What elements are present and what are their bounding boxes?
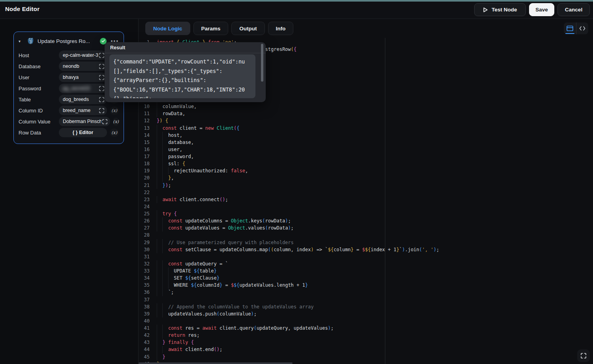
test-node-button[interactable]: Test Node [474,3,526,16]
line-number: 17 [139,153,150,160]
code-line: 29 // Use parameterized query with place… [139,239,593,246]
code-line: 36 `; [139,289,593,296]
node-title: Update Postgres Ro... [38,38,97,44]
play-icon [483,7,488,13]
indent-guide [162,332,163,339]
code-line: 27 const updateValues = Object.values(ro… [139,224,593,231]
expand-icon[interactable] [99,86,104,91]
result-scrollbar[interactable] [261,44,263,82]
code-line: 32 const updateQuery = ` [139,260,593,267]
column-value-input[interactable]: Doberman Pinsch [59,117,110,126]
tab-params[interactable]: Params [193,22,229,35]
code-line: 34 SET ${setClause} [139,274,593,282]
expand-icon[interactable] [99,63,104,69]
indent-guide [157,267,157,274]
line-number: 10 [139,103,150,110]
indent-guide [168,267,169,274]
indent-guide [162,310,163,317]
line-number: 23 [139,196,150,203]
field-label: Password [19,86,59,91]
node-fields: Hostep-calm-water-3(x)Databaseneondb(x)U… [19,50,119,137]
line-number: 30 [139,246,150,253]
indent-guide [157,303,157,310]
indent-guide [162,174,163,181]
line-number: 33 [139,267,150,274]
code-line: 22 [139,189,593,196]
line-number: 37 [139,296,150,303]
column-id-input[interactable]: breed_name [59,106,107,115]
indent-guide [162,282,163,289]
indent-guide [157,260,157,267]
field-label: Host [19,52,59,58]
field-value: dog_breeds [63,97,89,102]
line-number: 13 [139,125,150,132]
variable-icon[interactable]: (x) [113,118,119,126]
line-number: 25 [139,210,150,217]
tab-output[interactable]: Output [231,22,265,35]
line-number: 40 [139,317,150,325]
tab-info[interactable]: Info [268,22,294,35]
line-number: 29 [139,239,150,246]
indent-guide [157,182,157,189]
field-label: Table [19,97,59,103]
line-number: 15 [139,139,150,146]
indent-guide [162,217,163,224]
layout-view-icon [567,26,573,31]
indent-guide [157,282,157,289]
result-popover-title: Result [105,42,266,53]
field-row-row-data: Row Data{ } Editor(x) [19,128,119,137]
expand-icon[interactable] [99,97,104,102]
row-data-editor-button[interactable]: { } Editor [59,128,107,137]
indent-guide [157,246,157,253]
password-input[interactable]: pg_secret23 [59,84,107,93]
indent-guide [162,146,163,153]
editor-tabs: Node LogicParamsOutputInfo [145,22,293,35]
indent-guide [162,139,163,146]
field-row-host: Hostep-calm-water-3(x) [19,50,119,60]
fullscreen-icon [581,353,586,358]
expand-icon[interactable] [99,52,104,58]
code-line: 43 } finally { [139,339,593,346]
line-number: 41 [139,325,150,332]
line-number: 21 [139,182,150,189]
user-input[interactable]: bhavya [59,73,107,82]
line-number: 12 [139,117,150,124]
indent-guide [168,167,169,174]
indent-guide [168,282,169,289]
result-json-line: {"BOOL":16,"BYTEA":17,"CHAR":18,"INT8":2… [113,85,251,95]
indent-guide [162,274,163,282]
line-number: 34 [139,274,150,282]
variable-icon[interactable]: (x) [110,106,119,115]
line-number: 11 [139,110,150,117]
expand-icon[interactable] [102,119,107,124]
collapse-caret-icon[interactable]: ▾ [19,39,23,43]
horizontal-scrollbar[interactable] [139,362,293,364]
code-line: 16 user, [139,146,593,153]
database-input[interactable]: neondb [59,62,107,71]
indent-guide [162,246,163,253]
code-line: 30 const setClause = updateColumns.map((… [139,246,593,253]
indent-guide [162,167,163,174]
line-number: 36 [139,289,150,296]
line-number: 38 [139,303,150,310]
line-number: 42 [139,332,150,339]
node-card-header: ▾ Update Postgres Ro... ●●● [19,35,119,47]
visual-view-button[interactable] [564,22,576,34]
tab-node-logic[interactable]: Node Logic [145,22,190,35]
code-line: 45 } [139,353,593,360]
app-title: Node Editor [5,6,39,12]
code-line: 26 const updateColumns = Object.keys(row… [139,217,593,224]
expand-icon[interactable] [99,75,104,80]
cancel-button[interactable]: Cancel [557,3,590,16]
host-input[interactable]: ep-calm-water-3 [59,50,107,60]
table-input[interactable]: dog_breeds [59,95,107,104]
expand-icon[interactable] [99,108,104,113]
code-view-button[interactable] [576,22,588,34]
code-line: 10 columnValue, [139,103,593,110]
save-button[interactable]: Save [529,3,554,16]
code-line: 41 const res = await client.query(update… [139,325,593,332]
variable-icon[interactable]: (x) [110,129,119,137]
fullscreen-button[interactable] [577,349,590,362]
indent-guide [157,167,157,174]
field-row-database: Databaseneondb(x) [19,62,119,71]
